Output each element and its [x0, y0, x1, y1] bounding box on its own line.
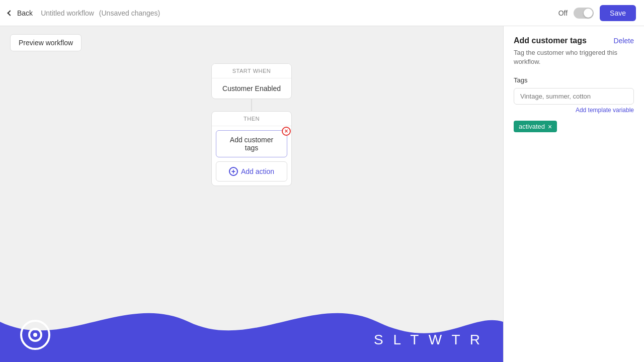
footer-logo [20, 320, 50, 352]
save-button[interactable]: Save [600, 5, 636, 21]
delete-link[interactable]: Delete [614, 37, 634, 45]
activated-tag-badge: activated × [514, 121, 557, 132]
panel-title: Add customer tags [514, 36, 587, 45]
start-when-body: Customer Enabled [212, 78, 291, 99]
wave-svg [0, 282, 503, 362]
back-arrow-icon [7, 10, 13, 16]
add-action-button[interactable]: + Add action [216, 161, 287, 182]
workflow-toggle[interactable] [574, 8, 594, 19]
remove-action-button[interactable]: × [282, 127, 291, 136]
preview-workflow-button[interactable]: Preview workflow [10, 34, 82, 51]
right-panel: Add customer tags Delete Tag the custome… [503, 26, 644, 362]
then-actions: × Add customer tags + Add action [212, 126, 291, 186]
workflow-area: START WHEN Customer Enabled THEN × Add c… [10, 63, 493, 186]
panel-header: Add customer tags Delete [514, 36, 634, 45]
toggle-off-label: Off [558, 9, 568, 17]
tags-list: activated × [514, 121, 634, 132]
tags-label: Tags [514, 76, 634, 84]
start-when-header: START WHEN [212, 64, 291, 78]
tags-input[interactable] [514, 88, 634, 105]
plus-icon: + [229, 167, 238, 176]
toggle-knob [584, 9, 593, 18]
tag-value: activated [519, 123, 545, 130]
back-label: Back [17, 9, 33, 17]
then-container: THEN × Add customer tags + Add action [211, 111, 292, 186]
action-label: Add customer tags [230, 136, 273, 152]
svg-point-2 [33, 333, 37, 337]
nav-left: Back Untitled workflow (Unsaved changes) [8, 9, 160, 17]
then-header: THEN [212, 112, 291, 126]
panel-description: Tag the customer who triggered this work… [514, 48, 634, 66]
top-navigation: Back Untitled workflow (Unsaved changes)… [0, 0, 644, 26]
start-when-node[interactable]: START WHEN Customer Enabled [211, 63, 292, 99]
connector-line-1 [251, 99, 252, 111]
remove-tag-button[interactable]: × [548, 123, 552, 130]
add-action-label: Add action [241, 167, 274, 175]
add-template-variable-link[interactable]: Add template variable [514, 107, 634, 114]
nav-right: Off Save [558, 5, 636, 21]
workflow-title: Untitled workflow (Unsaved changes) [41, 9, 160, 17]
workflow-canvas: Preview workflow START WHEN Customer Ena… [0, 26, 503, 362]
add-customer-tags-action[interactable]: × Add customer tags [216, 130, 287, 157]
back-button[interactable]: Back [8, 9, 33, 17]
start-when-container: START WHEN Customer Enabled [211, 63, 292, 111]
wave-footer: S L T W T R [0, 282, 503, 362]
main-content: Preview workflow START WHEN Customer Ena… [0, 26, 644, 362]
footer-brand: S L T W T R [374, 332, 483, 348]
